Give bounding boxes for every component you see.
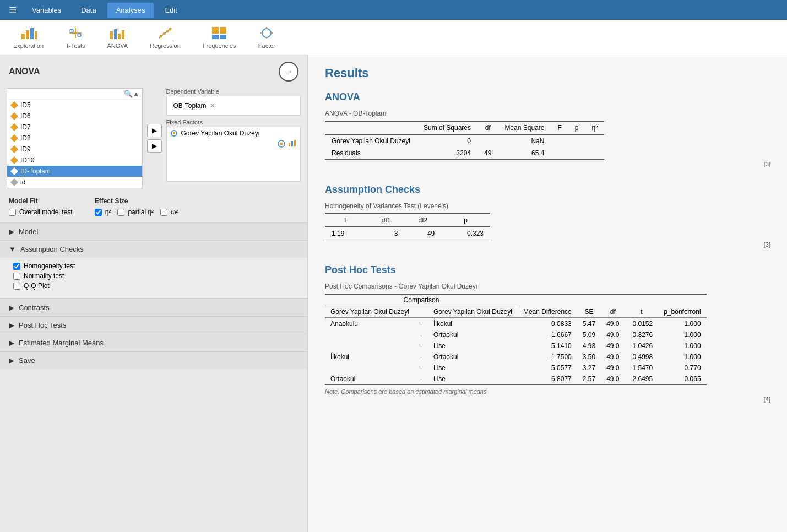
left-panel: ANOVA → 🔍 ▲ ID5 ID6 [0, 55, 308, 532]
anova-table-title: ANOVA - OB-Toplam [325, 110, 770, 117]
save-header[interactable]: ▶ Save [0, 352, 307, 369]
var-item-id8[interactable]: ID8 [7, 133, 142, 144]
anova-col-label [325, 121, 417, 134]
toolbar-exploration[interactable]: Exploration [9, 23, 48, 51]
svg-point-6 [70, 29, 73, 32]
post-hoc-table-title: Post Hoc Comparisons - Gorev Yapilan Oku… [325, 283, 770, 290]
var-item-id7[interactable]: ID7 [7, 122, 142, 133]
toolbar-frequencies[interactable]: Frequencies [198, 23, 241, 51]
row5-t: 2.6495 [625, 373, 658, 385]
qq-plot-checkbox[interactable] [13, 283, 20, 290]
variable-scroll-area[interactable]: ID5 ID6 ID7 ID8 [7, 100, 142, 188]
search-icon[interactable]: 🔍 [124, 90, 133, 98]
menu-icon[interactable]: ☰ [4, 3, 21, 18]
partial-eta-sq-checkbox[interactable] [117, 209, 124, 216]
anova-factor-p [568, 134, 585, 147]
post-hoc-header[interactable]: ▶ Post Hoc Tests [0, 317, 307, 334]
chart-icon-footer[interactable] [288, 139, 297, 150]
toolbar: Exploration T-Tests ANOVA [0, 20, 787, 55]
toolbar-regression[interactable]: Regression [145, 23, 185, 51]
anova-residuals-ms: 65.4 [498, 147, 551, 160]
post-hoc-row-3: İlkokul - Ortaokul -1.7500 3.50 49.0 -0.… [325, 351, 707, 362]
assumption-checks-header[interactable]: ▼ Assumption Checks [0, 241, 307, 258]
anova-icon [108, 25, 126, 41]
row3-meandiff: -1.7500 [518, 351, 577, 362]
diamond-gray-icon [10, 178, 18, 186]
row5-dash: - [415, 373, 428, 385]
row0-p: 1.000 [658, 318, 706, 329]
nav-tab-variables[interactable]: Variables [23, 3, 70, 18]
post-hoc-ref: [4] [325, 396, 770, 403]
toolbar-ttests[interactable]: T-Tests [61, 23, 89, 51]
model-header[interactable]: ▶ Model [0, 223, 307, 240]
main-layout: ANOVA → 🔍 ▲ ID5 ID6 [0, 55, 787, 532]
arrow-right-dep-btn[interactable]: ▶ [147, 124, 162, 137]
assumption-chevron-icon: ▼ [9, 245, 16, 253]
row4-df: 49.0 [601, 362, 625, 373]
row5-meandiff: 6.8077 [518, 373, 577, 385]
factor-label: Factor [258, 42, 275, 49]
omega-sq-checkbox[interactable] [160, 209, 167, 216]
post-hoc-section: ▶ Post Hoc Tests [0, 316, 307, 334]
var-item-id[interactable]: id [7, 177, 142, 188]
var-name: ID-Toplam [20, 167, 51, 175]
estimated-marginal-header[interactable]: ▶ Estimated Marginal Means [0, 334, 307, 351]
toolbar-factor[interactable]: Factor [253, 23, 280, 51]
dependent-variable-item: OB-Toplam ✕ [170, 102, 215, 110]
assumption-checks-content: Homogeneity test Normality test Q-Q Plot [0, 258, 307, 298]
var-item-id-toplam[interactable]: ID-Toplam [7, 166, 142, 177]
post-hoc-row-0: Anaokulu - İlkokul 0.0833 5.47 49.0 0.01… [325, 318, 707, 329]
estimated-marginal-label: Estimated Marginal Means [19, 339, 104, 347]
arrow-right-fixed-btn[interactable]: ▶ [147, 139, 162, 153]
anova-panel-header: ANOVA → [0, 55, 307, 88]
row2-meandiff: 5.1410 [518, 340, 577, 351]
fixed-factors-pane[interactable]: Gorev Yapilan Okul Duzeyi [166, 127, 301, 182]
post-hoc-result-section: Post Hoc Tests Post Hoc Comparisons - Go… [325, 264, 770, 403]
anova-col-p: p [568, 121, 585, 134]
normality-test-checkbox[interactable] [13, 273, 20, 280]
var-item-id9[interactable]: ID9 [7, 144, 142, 155]
nav-tab-data[interactable]: Data [72, 3, 105, 18]
diamond-icon [10, 145, 18, 153]
variable-area: 🔍 ▲ ID5 ID6 ID7 [0, 88, 307, 193]
group1-header: Gorev Yapilan Okul Duzeyi [325, 306, 415, 318]
dependent-variable-pane[interactable]: OB-Toplam ✕ [166, 96, 301, 116]
scroll-up-icon[interactable]: ▲ [133, 90, 140, 98]
row2-group2: Lise [428, 340, 518, 351]
anova-factor-eta [585, 134, 604, 147]
levene-f: 1.19 [325, 227, 368, 240]
row0-dash: - [415, 318, 428, 329]
top-navigation: ☰ Variables Data Analyses Edit [0, 0, 787, 20]
var-name: ID7 [20, 123, 31, 131]
row4-group1 [325, 362, 415, 373]
nav-tab-analyses[interactable]: Analyses [107, 3, 154, 18]
factor-icon-footer[interactable] [277, 139, 286, 150]
row4-meandiff: 5.0577 [518, 362, 577, 373]
homogeneity-test-checkbox[interactable] [13, 263, 20, 270]
var-item-id10[interactable]: ID10 [7, 155, 142, 166]
effect-size-section: Effect Size η² partial η² ω² [95, 197, 178, 218]
toolbar-anova[interactable]: ANOVA [103, 23, 133, 51]
nav-tab-edit[interactable]: Edit [156, 3, 186, 18]
row3-group1: İlkokul [325, 351, 415, 362]
target-panes: Dependent Variable OB-Toplam ✕ Fixed Fac… [166, 88, 301, 188]
row0-meandiff: 0.0833 [518, 318, 577, 329]
row1-dash: - [415, 329, 428, 340]
dep-var-clear-btn[interactable]: ✕ [210, 102, 215, 110]
var-item-id5[interactable]: ID5 [7, 100, 142, 111]
contrasts-header[interactable]: ▶ Contrasts [0, 299, 307, 316]
row2-dash: - [415, 340, 428, 351]
svg-rect-27 [173, 132, 175, 134]
row1-meandiff: -1.6667 [518, 329, 577, 340]
normality-test-row: Normality test [13, 272, 294, 280]
anova-residuals-p [568, 147, 585, 160]
var-item-id6[interactable]: ID6 [7, 111, 142, 122]
levene-row: 1.19 3 49 0.323 [325, 227, 490, 240]
go-button[interactable]: → [279, 62, 298, 82]
svg-rect-0 [21, 34, 25, 39]
svg-rect-17 [212, 27, 219, 34]
overall-model-test-checkbox[interactable] [9, 209, 16, 216]
df-header: df [601, 294, 625, 318]
eta-sq-checkbox[interactable] [95, 209, 102, 216]
anova-residuals-f [551, 147, 568, 160]
